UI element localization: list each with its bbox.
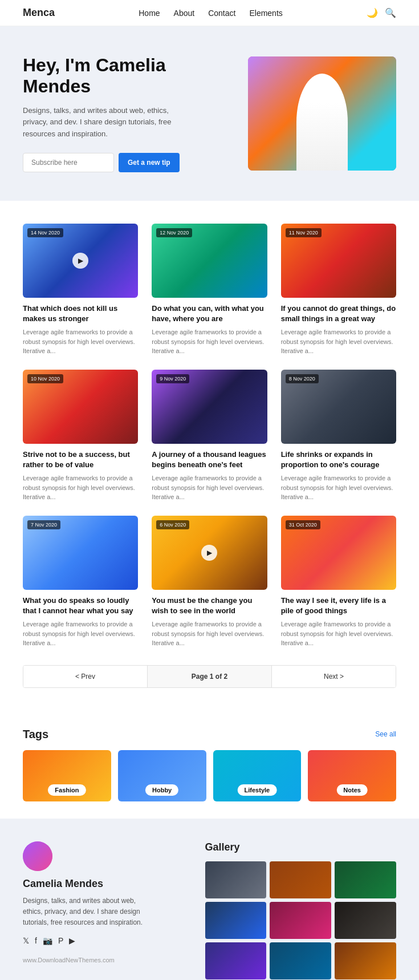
tags-section: Tags See all FashionHobbyLifestyleNotes <box>0 711 419 819</box>
post-thumbnail: 14 Nov 2020 ▶ <box>23 224 138 298</box>
gallery-item[interactable] <box>205 861 267 898</box>
tag-label: Fashion <box>48 784 86 796</box>
post-date-badge: 11 Nov 2020 <box>286 228 322 237</box>
gallery-item[interactable] <box>335 942 396 979</box>
post-card[interactable]: 6 Nov 2020 ▶ You must be the change you … <box>152 516 267 648</box>
post-date-badge: 10 Nov 2020 <box>27 374 63 383</box>
gallery-item[interactable] <box>335 861 396 898</box>
instagram-icon[interactable]: 📷 <box>43 936 52 945</box>
nav-elements[interactable]: Elements <box>249 9 282 18</box>
see-all-tags-link[interactable]: See all <box>375 730 396 738</box>
post-card[interactable]: 10 Nov 2020 Strive not to be a success, … <box>23 370 138 502</box>
footer-social: 𝕏 f 📷 P ▶ <box>23 936 182 945</box>
tags-grid: FashionHobbyLifestyleNotes <box>23 750 396 801</box>
tag-card[interactable]: Notes <box>308 750 396 801</box>
footer-right: Gallery <box>205 841 396 979</box>
post-date-badge: 6 Nov 2020 <box>156 520 189 529</box>
gallery-title: Gallery <box>205 841 396 853</box>
post-card[interactable]: 9 Nov 2020 A journey of a thousand leagu… <box>152 370 267 502</box>
post-card[interactable]: 31 Oct 2020 The way I see it, every life… <box>281 516 396 648</box>
footer-section: Camelia Mendes Designs, talks, and write… <box>0 819 419 980</box>
navbar: Menca Home About Contact Elements 🌙 🔍 <box>0 0 419 26</box>
nav-contact[interactable]: Contact <box>208 9 235 18</box>
pinterest-icon[interactable]: P <box>58 936 63 945</box>
footer-author-name: Camelia Mendes <box>23 878 182 890</box>
cta-button[interactable]: Get a new tip <box>119 153 180 172</box>
post-thumbnail: 10 Nov 2020 <box>23 370 138 444</box>
tag-card[interactable]: Hobby <box>118 750 206 801</box>
post-title: If you cannot do great things, do small … <box>281 303 396 324</box>
tag-card[interactable]: Lifestyle <box>213 750 302 801</box>
post-thumbnail: 31 Oct 2020 <box>281 516 396 590</box>
avatar <box>23 841 52 871</box>
hero-image <box>248 56 396 171</box>
subscribe-input[interactable] <box>23 153 114 172</box>
post-card[interactable]: 12 Nov 2020 Do what you can, with what y… <box>152 224 267 356</box>
post-description: Leverage agile frameworks to provide a r… <box>152 473 267 502</box>
post-title: Do what you can, with what you have, whe… <box>152 303 267 324</box>
tags-header: Tags See all <box>23 728 396 741</box>
twitter-icon[interactable]: 𝕏 <box>23 936 29 945</box>
tag-label: Lifestyle <box>238 784 277 796</box>
gallery-item[interactable] <box>270 902 331 939</box>
post-title: The way I see it, every life is a pile o… <box>281 596 396 616</box>
post-description: Leverage agile frameworks to provide a r… <box>23 473 138 502</box>
prev-page-button[interactable]: < Prev <box>23 666 148 687</box>
post-date-badge: 9 Nov 2020 <box>156 374 189 383</box>
tag-card[interactable]: Fashion <box>23 750 111 801</box>
post-date-badge: 12 Nov 2020 <box>156 228 192 237</box>
nav-home[interactable]: Home <box>139 9 160 18</box>
footer-watermark: www.DownloadNewThemes.com <box>23 957 182 963</box>
post-date-badge: 8 Nov 2020 <box>286 374 319 383</box>
post-thumbnail: 8 Nov 2020 <box>281 370 396 444</box>
gallery-item[interactable] <box>270 861 331 898</box>
post-date-badge: 7 Nov 2020 <box>27 520 60 529</box>
next-page-button[interactable]: Next > <box>272 666 396 687</box>
facebook-icon[interactable]: f <box>35 936 37 945</box>
post-card[interactable]: 14 Nov 2020 ▶ That which does not kill u… <box>23 224 138 356</box>
play-button[interactable]: ▶ <box>201 545 217 561</box>
post-title: You must be the change you wish to see i… <box>152 596 267 616</box>
post-description: Leverage agile frameworks to provide a r… <box>152 619 267 648</box>
post-description: Leverage agile frameworks to provide a r… <box>23 327 138 356</box>
gallery-item[interactable] <box>335 902 396 939</box>
post-date-badge: 14 Nov 2020 <box>27 228 63 237</box>
hero-description: Designs, talks, and writes about web, et… <box>23 105 182 140</box>
footer-description: Designs, talks, and writes about web, et… <box>23 896 148 929</box>
gallery-item[interactable] <box>205 942 267 979</box>
post-title: What you do speaks so loudly that I cann… <box>23 596 138 616</box>
hero-text: Hey, I'm Camelia Mendes Designs, talks, … <box>23 55 231 172</box>
post-title: Life shrinks or expands in proportion to… <box>281 449 396 470</box>
nav-links: Home About Contact Elements <box>139 9 283 18</box>
nav-icons: 🌙 🔍 <box>367 7 396 18</box>
posts-section: 14 Nov 2020 ▶ That which does not kill u… <box>0 201 419 711</box>
play-button[interactable]: ▶ <box>72 253 88 269</box>
post-thumbnail: 6 Nov 2020 ▶ <box>152 516 267 590</box>
nav-about[interactable]: About <box>174 9 195 18</box>
footer-left: Camelia Mendes Designs, talks, and write… <box>23 841 182 979</box>
post-description: Leverage agile frameworks to provide a r… <box>23 619 138 648</box>
pagination: < Prev Page 1 of 2 Next > <box>23 665 396 688</box>
current-page: Page 1 of 2 <box>148 666 272 687</box>
dark-mode-icon[interactable]: 🌙 <box>367 7 378 18</box>
post-thumbnail: 9 Nov 2020 <box>152 370 267 444</box>
hero-title: Hey, I'm Camelia Mendes <box>23 55 231 97</box>
tags-title: Tags <box>23 728 48 741</box>
post-title: That which does not kill us makes us str… <box>23 303 138 324</box>
post-date-badge: 31 Oct 2020 <box>286 520 320 529</box>
gallery-item[interactable] <box>205 902 267 939</box>
hero-section: Hey, I'm Camelia Mendes Designs, talks, … <box>0 26 419 201</box>
post-card[interactable]: 8 Nov 2020 Life shrinks or expands in pr… <box>281 370 396 502</box>
post-card[interactable]: 7 Nov 2020 What you do speaks so loudly … <box>23 516 138 648</box>
search-icon[interactable]: 🔍 <box>385 7 396 18</box>
post-description: Leverage agile frameworks to provide a r… <box>281 619 396 648</box>
youtube-icon[interactable]: ▶ <box>69 936 75 945</box>
nav-logo[interactable]: Menca <box>23 7 55 19</box>
post-thumbnail: 11 Nov 2020 <box>281 224 396 298</box>
post-description: Leverage agile frameworks to provide a r… <box>281 473 396 502</box>
post-thumbnail: 7 Nov 2020 <box>23 516 138 590</box>
post-thumbnail: 12 Nov 2020 <box>152 224 267 298</box>
gallery-item[interactable] <box>270 942 331 979</box>
post-description: Leverage agile frameworks to provide a r… <box>152 327 267 356</box>
post-card[interactable]: 11 Nov 2020 If you cannot do great thing… <box>281 224 396 356</box>
